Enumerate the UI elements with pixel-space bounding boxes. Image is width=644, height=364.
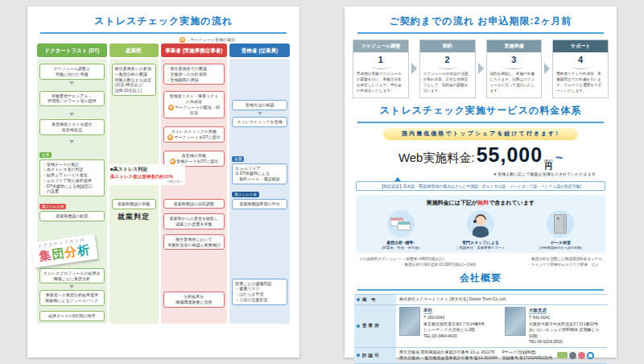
office-tel: TEL:03-3464-4000 [423, 333, 457, 338]
tag-high-stress-badge: 高ストレス者 [39, 204, 66, 209]
bullet-icon [357, 325, 360, 328]
operator-icon [467, 210, 494, 238]
row-value: 本社 〒150-0043 東京都渋谷区道玄坂1丁目14番6号 ヒューマックス渋谷… [396, 305, 607, 347]
supported-languages: 【対応言語】日本語・英語(紙受検の場合はさらに中国語・ポルトガル語・インドネシア… [356, 181, 605, 191]
flow-box: 受検者リスト・職掌リスト の作成等 M マークシートの配送・回収等 [163, 91, 225, 118]
column-header: 事業者 (実施事務従事者) [161, 43, 228, 57]
office-address: 東京都渋谷区道玄坂1丁目14番6号 [423, 321, 485, 326]
high-stress-source: ※弊社調べ [110, 180, 183, 184]
step-arc [572, 64, 589, 69]
step-description: スケジュールや内容の合意が取れ次第、正式な依頼完了として、契約書の調整を行います… [420, 71, 475, 97]
flow-box: 部署ごとの健康問題 ・健康リスク ・はたらき甲斐 ・上司の支援状況 [232, 279, 287, 305]
step-number: 1 [353, 55, 408, 64]
step-number: 3 [487, 55, 542, 64]
item-title: 集団分析 -標準- [364, 240, 438, 246]
flow-box: ストレスプロフィールの結果を 職場ごとに集団分析 [39, 268, 105, 284]
row-value: 厚生労働省 有料職業紹介事業許可番号 13-ユ-301176 厚生労働省 一般労… [396, 348, 607, 363]
flow-box: 産業医面談希望の申出 [232, 199, 287, 209]
office-list: 本社 〒150-0043 東京都渋谷区道玄坂1丁目14番6号 ヒューマックス渋谷… [399, 307, 604, 345]
arrow-down-icon [69, 285, 74, 288]
included-title: 実施料金には下記が無料で含まれています [361, 199, 601, 207]
sticker-char: 析 [76, 242, 91, 258]
marksheet-icon: M [170, 159, 175, 164]
included-items: 集団分析 -標準- (部署別・性別・年代別) 専門スタッフによる ご相談受付・実… [361, 210, 601, 250]
step-card: サポート 4 受検者リストの作成等、実施期間までの準備を行います。スムーズな運用… [552, 39, 609, 98]
flow-box: 衛生委員会への参加 ―集団分析の審議 実施人数なども決定 (目安:48名以上/ … [112, 64, 156, 96]
column-body: スケジュール調整と 実施に向けた準備 実施要領マニュアル・ 管理用パスワード等の… [37, 59, 107, 324]
flow-box: 未受検者リストを提出 再受検送信 [39, 119, 105, 135]
price-note: ※ 受検人数に応じて都度お見積もりさせていただきます [345, 172, 596, 176]
item-subtitle: ご相談受付・実施事務サポート [444, 246, 518, 250]
safe-icon [547, 210, 574, 238]
row-label-text: 商 号 [362, 297, 378, 303]
employment-judgment-label: 就業判定 [112, 212, 156, 222]
flow-box-text: 受検者リスト・職掌リスト の作成等 [170, 93, 219, 104]
flow-box: 産業医面談の実施 [112, 199, 156, 209]
included-post: で含まれています [489, 200, 535, 205]
certification-logo [587, 352, 594, 359]
contract-steps: スケジュール調整 1 具体的な実施スケジュールの調整を行い、実施方法等を確定した… [353, 39, 609, 98]
item-subtitle: (※受検開始日から約5年間) [523, 246, 597, 250]
step-arc [439, 64, 456, 69]
flow-box: ストレスチェックの実施 M マークシートをDTに提出 [163, 126, 225, 143]
bullet-icon [357, 298, 360, 301]
flow-box-text: 再受検の実施 [182, 153, 206, 158]
left-brochure-page: ストレスチェック実施の流れ M …マークシート受検の場合 ドクタートラスト (D… [27, 6, 299, 358]
flow-box: 結果データの5年間の保管 [39, 311, 105, 321]
pmark-line: 登録番号 第17002405(03)号 [502, 355, 553, 360]
pointer-icon [394, 177, 401, 181]
step-card: 実施準備 3 契約を締結し、実施の準備に入ります。以降はスケジュールに沿って進行… [486, 39, 543, 98]
office-osaka: 大阪支店 〒541-0041 大阪府大阪市中央区北浜3丁目1番22号 あいおいニ… [505, 307, 604, 345]
right-brochure-page: ご契約までの流れ お申込期限:2ヶ月前 スケジュール調整 1 具体的な実施スケジ… [345, 6, 617, 358]
paid-options: その他有料オプション --- ・紙受検 +660円(税込)/人 ・集団分析の項目… [359, 256, 602, 268]
high-stress-title: ■高ストレス判定 [110, 166, 183, 173]
flow-box-text: マークシートの配送・回収等 [175, 105, 220, 115]
flow-box: ・受検データの集計 ・高ストレス者の判定 ・結果とアドバイス返送 ・セルフケア用… [39, 159, 105, 197]
high-stress-note: 高ストレス者は受検者の約10% [110, 174, 183, 180]
column-header: 産業医 [109, 43, 159, 57]
high-stress-annotation: ■高ストレス判定 高ストレス者は受検者の約10% ※弊社調べ [108, 164, 185, 185]
arrow-down-icon [258, 112, 262, 115]
tilde-mark: ~ [555, 151, 563, 165]
license-line: 厚生労働省 有料職業紹介事業許可番号 13-ユ-301176 [399, 350, 494, 354]
column-body: 受検方法の確認 ストレスチェックを受検 全員 ① セルフケア ② DT保健師によ… [229, 59, 290, 324]
flow-box: 産業医面談の勧奨 [39, 211, 105, 221]
marksheet-icon: M [168, 105, 174, 110]
certification-logo [578, 352, 585, 359]
option-item: ・紙受検 +660円(税込)/人 [402, 257, 445, 261]
flow-box-text: 受検データをDTに提出 [176, 159, 218, 163]
office-tel: TEL:06-6209-2500 [529, 339, 563, 344]
step-header: スケジュール調整 [353, 40, 408, 52]
table-row: 許認可 厚生労働省 有料職業紹介事業許可番号 13-ユ-301176 厚生労働省… [354, 348, 607, 364]
arrow-down-icon [69, 81, 74, 85]
step-card: 契約 2 スケジュールや内容の合意が取れ次第、正式な依頼完了として、契約書の調整… [419, 39, 476, 98]
column-body: 衛生委員会への参加 ―集団分析の審議 実施人数なども決定 (目安:48名以上/ … [109, 59, 159, 324]
item-title: 専門スタッフによる [444, 240, 518, 246]
legend-text: …マークシート受検の場合 [186, 37, 235, 42]
step-arc [505, 64, 522, 69]
row-label-text: 営業所 [362, 323, 381, 329]
pricing-title: ストレスチェック実施サービスの料金体系 [345, 98, 617, 118]
table-row: 商 号 株式会社ドクタートラスト (英文社名) Doctor Trust Co.… [354, 295, 607, 305]
column-examinee: 受検者 (従業員) 受検方法の確認 ストレスチェックを受検 全員 ① セルフケア… [229, 43, 290, 324]
flow-box: スケジュール調整と 実施に向けた準備 [39, 64, 105, 80]
title-divider [357, 289, 604, 291]
table-row: 営業所 本社 〒150-0043 東京都渋谷区道玄坂1丁目14番6号 ヒューマッ… [354, 305, 607, 348]
price-label: Web実施料金: [398, 151, 475, 166]
column-body: ・衛生委員会での審議 ・労働者への方針表明 ・受検期間の周知 受検者リスト・職掌… [161, 59, 228, 324]
option-item: ・集団分析の項目追加 22,000円(税込)~/1項目 [401, 263, 477, 267]
flow-box-text: ストレスチェックの実施 [171, 129, 217, 134]
flow-box: ・衛生委員会での審議 ・労働者への方針表明 ・受検期間の周知 [163, 64, 225, 85]
column-header: ドクタートラスト (DT) [37, 43, 107, 57]
price-value: 55,000 [477, 143, 543, 167]
step-description: 具体的な実施スケジュールの調整を行い、実施方法等を確定したうえで、申込書の作成を… [353, 71, 408, 97]
license-line: 厚生労働省 一般労働者派遣事業許可番号 般13-301694 [399, 355, 497, 360]
row-value: 株式会社ドクタートラスト (英文社名) Doctor Trust Co.,Ltd… [396, 295, 607, 304]
step-header: サポート [553, 40, 608, 52]
office-address: ヒューマックス渋谷ビル2階 [423, 327, 475, 332]
row-label-text: 許認可 [362, 353, 381, 358]
step-header: 実施準備 [487, 40, 542, 52]
included-item: 専門スタッフによる ご相談受付・実施事務サポート [444, 210, 518, 250]
flow-box: ストレスチェックを受検 [232, 117, 287, 127]
included-item: 集団分析 -標準- (部署別・性別・年代別) [364, 210, 438, 250]
